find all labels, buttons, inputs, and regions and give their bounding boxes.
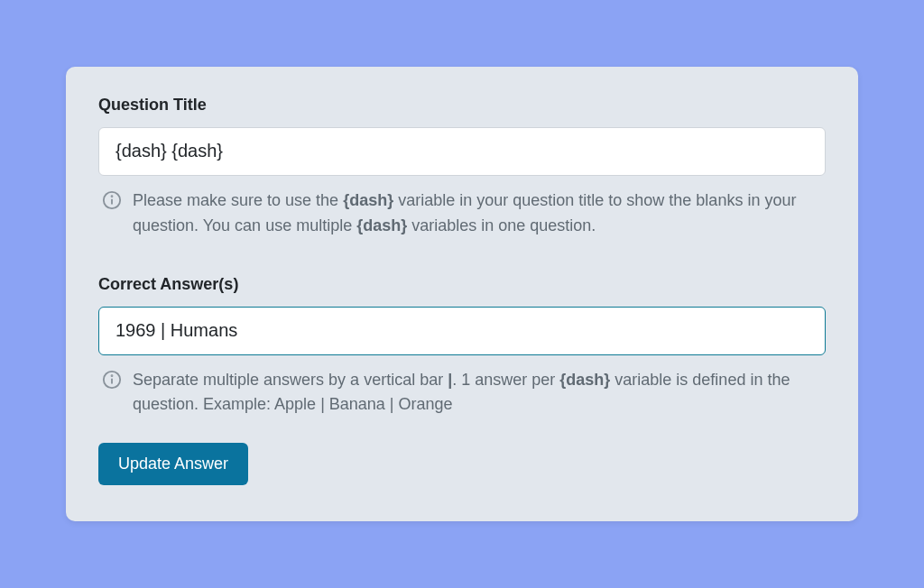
svg-point-5 [112,375,113,376]
correct-answers-input[interactable] [98,307,826,355]
question-title-helper-text: Please make sure to use the {dash} varia… [133,188,826,239]
question-title-input[interactable] [98,127,826,176]
correct-answers-helper-row: Separate multiple answers by a vertical … [98,368,826,418]
question-title-label: Question Title [98,96,826,115]
question-title-group: Question Title Please make sure to use t… [98,96,826,239]
info-icon [102,190,122,210]
svg-point-2 [112,196,113,197]
correct-answers-helper-text: Separate multiple answers by a vertical … [133,368,826,418]
question-title-helper-row: Please make sure to use the {dash} varia… [98,188,826,239]
form-panel: Question Title Please make sure to use t… [66,67,858,522]
info-icon [102,370,122,390]
correct-answers-group: Correct Answer(s) Separate multiple answ… [98,275,826,418]
update-answer-button[interactable]: Update Answer [98,443,248,485]
correct-answers-label: Correct Answer(s) [98,275,826,294]
